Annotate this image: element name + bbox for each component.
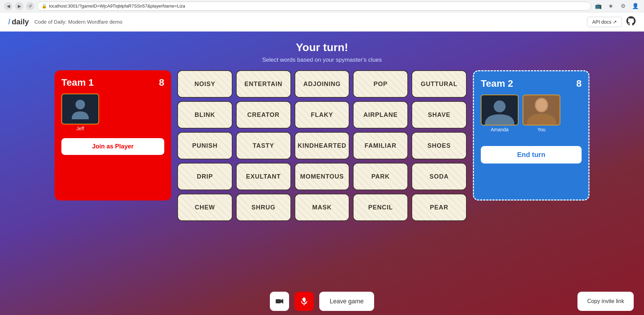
cast-icon[interactable]: 📺 — [594, 2, 603, 11]
team2-player-amanda: Amanda — [481, 95, 518, 132]
url-text: localhost:3001/?gameID=WjcA9TiqblpfaR7SS… — [49, 3, 185, 9]
word-card-tasty[interactable]: TASTY — [236, 132, 291, 159]
app-title: Code of Daily: Modern Wordfare demo — [34, 19, 122, 25]
word-card-airplane[interactable]: AIRPLANE — [353, 101, 408, 129]
word-card-punish[interactable]: PUNISH — [177, 132, 232, 159]
word-card-noisy[interactable]: NOISY — [177, 70, 232, 98]
game-main: Team 1 8 Jeff Join as Player N — [55, 70, 589, 221]
lock-icon: 🔒 — [41, 3, 47, 9]
turn-title: Your turn! — [262, 41, 382, 54]
svg-rect-6 — [276, 299, 281, 303]
word-card-shrug[interactable]: SHRUG — [236, 194, 291, 221]
team2-score: 8 — [576, 78, 582, 89]
word-card-exultant[interactable]: EXULTANT — [236, 163, 291, 190]
copy-invite-button[interactable]: Copy invite link — [577, 292, 634, 311]
team1-header: Team 1 8 — [61, 77, 164, 88]
word-grid-container: NOISYENTERTAINADJOININGPOPGUTTURALBLINKC… — [177, 70, 467, 221]
profile-icon[interactable]: 👤 — [631, 2, 640, 11]
bookmark-icon[interactable]: ★ — [606, 2, 615, 11]
word-card-familiar[interactable]: FAMILIAR — [353, 132, 408, 159]
amanda-name: Amanda — [491, 127, 509, 132]
forward-button[interactable]: ▶ — [15, 2, 23, 10]
word-card-park[interactable]: PARK — [353, 163, 408, 190]
turn-subtitle: Select words based on your spymaster's c… — [262, 57, 382, 63]
team2-header: Team 2 8 — [481, 78, 582, 89]
join-as-player-button[interactable]: Join as Player — [61, 138, 164, 155]
word-card-kindhearted[interactable]: KINDHEARTED — [295, 132, 350, 159]
word-card-entertain[interactable]: ENTERTAIN — [236, 70, 291, 98]
logo-slash: / — [8, 17, 10, 26]
team1-players: Jeff — [61, 94, 164, 131]
team1-score: 8 — [159, 77, 164, 88]
word-card-creator[interactable]: CREATOR — [236, 101, 291, 129]
you-name: You — [537, 127, 546, 132]
team2-panel: Team 2 8 Amanda — [473, 70, 589, 201]
browser-chrome: ◀ ▶ ↺ 🔒 localhost:3001/?gameID=WjcA9Tiqb… — [0, 0, 644, 12]
word-card-adjoining[interactable]: ADJOINING — [295, 70, 350, 98]
word-card-soda[interactable]: SODA — [412, 163, 467, 190]
team1-panel: Team 1 8 Jeff Join as Player — [55, 70, 171, 201]
browser-toolbar-icons: 📺 ★ ⚙ 👤 — [594, 2, 640, 11]
app-header: /daily Code of Daily: Modern Wordfare de… — [0, 12, 644, 32]
logo-text: daily — [12, 17, 29, 26]
amanda-avatar — [481, 95, 518, 125]
mic-button[interactable] — [295, 292, 314, 311]
camera-button[interactable] — [270, 292, 289, 311]
team2-name: Team 2 — [481, 78, 513, 89]
word-card-flaky[interactable]: FLAKY — [295, 101, 350, 129]
svg-point-5 — [536, 99, 547, 111]
extension-icon[interactable]: ⚙ — [619, 2, 628, 11]
team1-name: Team 1 — [61, 77, 94, 88]
api-docs-button[interactable]: API docs ↗ — [587, 17, 622, 27]
url-bar[interactable]: 🔒 localhost:3001/?gameID=WjcA9TiqblpfaR7… — [37, 2, 591, 11]
bottom-bar: Leave game Copy invite link — [0, 288, 644, 315]
word-card-pop[interactable]: POP — [353, 70, 408, 98]
word-card-pear[interactable]: PEAR — [412, 194, 467, 221]
game-background: Your turn! Select words based on your sp… — [0, 32, 644, 315]
team1-player-jeff: Jeff — [61, 94, 99, 131]
you-avatar — [523, 95, 560, 125]
word-card-shoes[interactable]: SHOES — [412, 132, 467, 159]
word-card-momentous[interactable]: MOMENTOUS — [295, 163, 350, 190]
team2-player-you: You — [523, 95, 560, 132]
word-card-shave[interactable]: SHAVE — [412, 101, 467, 129]
word-card-blink[interactable]: BLINK — [177, 101, 232, 129]
word-card-mask[interactable]: MASK — [295, 194, 350, 221]
github-button[interactable] — [626, 16, 636, 28]
jeff-avatar — [61, 94, 99, 124]
word-card-pencil[interactable]: PENCIL — [353, 194, 408, 221]
svg-point-0 — [75, 100, 85, 109]
svg-point-2 — [494, 100, 506, 112]
turn-banner: Your turn! Select words based on your sp… — [262, 32, 382, 70]
word-card-guttural[interactable]: GUTTURAL — [412, 70, 467, 98]
word-card-drip[interactable]: DRIP — [177, 163, 232, 190]
end-turn-button[interactable]: End turn — [481, 146, 582, 163]
header-right: API docs ↗ — [587, 16, 636, 28]
svg-marker-7 — [281, 299, 283, 304]
reload-button[interactable]: ↺ — [26, 2, 34, 10]
jeff-name: Jeff — [76, 126, 84, 131]
leave-game-button[interactable]: Leave game — [319, 292, 374, 311]
word-grid: NOISYENTERTAINADJOININGPOPGUTTURALBLINKC… — [177, 70, 467, 221]
back-button[interactable]: ◀ — [4, 2, 12, 10]
app-logo: /daily — [8, 17, 29, 26]
team2-players: Amanda You — [481, 95, 582, 132]
word-card-chew[interactable]: CHEW — [177, 194, 232, 221]
